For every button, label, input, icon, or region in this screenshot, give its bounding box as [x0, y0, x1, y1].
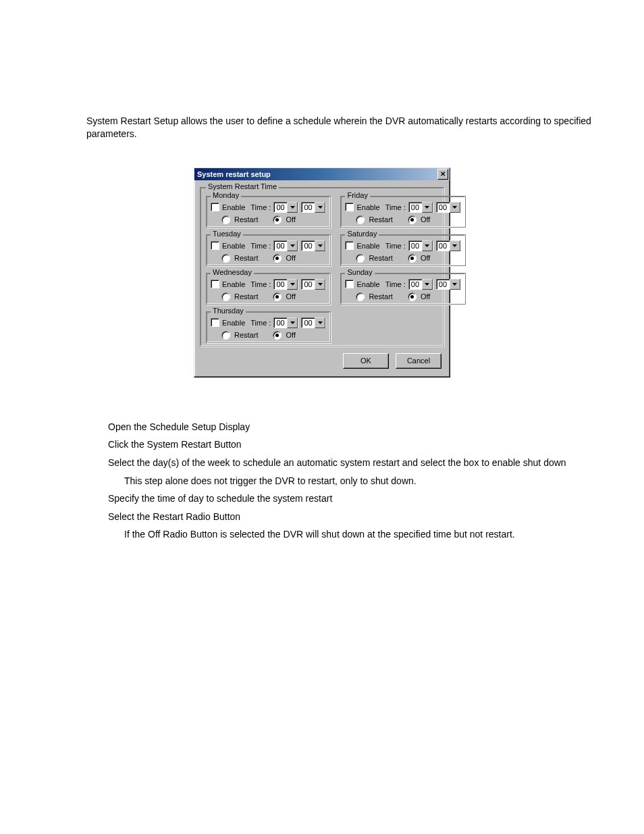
time-label: Time :: [385, 242, 406, 250]
off-radio-friday[interactable]: [408, 215, 417, 224]
enable-checkbox-wednesday[interactable]: [211, 280, 219, 288]
enable-label: Enable: [222, 319, 245, 327]
day-legend: Friday: [345, 191, 370, 199]
enable-label: Enable: [222, 203, 245, 211]
chevron-down-icon: [315, 240, 325, 251]
enable-label: Enable: [356, 203, 379, 211]
close-icon: ✕: [440, 171, 446, 178]
hour-value: 00: [411, 241, 421, 251]
enable-checkbox-tuesday[interactable]: [211, 241, 219, 250]
chevron-down-icon: [422, 279, 433, 290]
enable-label: Enable: [356, 280, 379, 288]
hour-value: 00: [276, 280, 286, 289]
svg-marker-10: [425, 283, 429, 286]
restart-label: Restart: [234, 292, 258, 301]
instruction-step: Select the day(s) of the week to schedul…: [108, 454, 625, 472]
off-label: Off: [421, 254, 430, 262]
ok-button[interactable]: OK: [343, 353, 389, 369]
restart-radio-monday[interactable]: [221, 215, 230, 224]
hour-select-sunday[interactable]: 00: [408, 279, 433, 290]
restart-radio-sunday[interactable]: [356, 292, 365, 301]
chevron-down-icon: [422, 202, 433, 213]
restart-label: Restart: [369, 254, 392, 262]
off-radio-wednesday[interactable]: [273, 292, 281, 301]
restart-radio-thursday[interactable]: [221, 331, 230, 340]
minute-value: 00: [439, 203, 448, 212]
time-label: Time :: [250, 319, 271, 327]
restart-label: Restart: [234, 215, 258, 224]
hour-value: 00: [276, 318, 286, 328]
enable-checkbox-friday[interactable]: [345, 203, 354, 211]
minute-value: 00: [304, 280, 313, 289]
svg-marker-8: [290, 283, 295, 286]
off-radio-sunday[interactable]: [408, 292, 417, 301]
minute-value: 00: [304, 203, 313, 212]
time-label: Time :: [385, 280, 406, 288]
chevron-down-icon: [287, 317, 298, 328]
minute-select-thursday[interactable]: 00: [301, 317, 326, 328]
hour-value: 00: [276, 241, 286, 251]
cancel-label: Cancel: [407, 357, 430, 365]
chevron-down-icon: [450, 202, 460, 213]
enable-checkbox-thursday[interactable]: [211, 318, 219, 327]
close-button[interactable]: ✕: [437, 169, 448, 180]
off-radio-saturday[interactable]: [408, 254, 417, 263]
hour-select-friday[interactable]: 00: [408, 202, 433, 213]
day-group-monday: Monday Enable Time : 00 00: [206, 196, 331, 228]
restart-radio-tuesday[interactable]: [221, 254, 230, 263]
restart-label: Restart: [234, 331, 258, 339]
hour-select-thursday[interactable]: 00: [273, 317, 298, 328]
day-group-wednesday: Wednesday Enable Time : 00 00: [206, 273, 331, 305]
chevron-down-icon: [287, 279, 298, 290]
off-radio-tuesday[interactable]: [273, 254, 281, 263]
svg-marker-1: [318, 206, 323, 209]
svg-marker-7: [452, 244, 457, 247]
chevron-down-icon: [450, 279, 460, 290]
restart-label: Restart: [234, 254, 258, 262]
restart-radio-wednesday[interactable]: [221, 292, 230, 301]
restart-radio-saturday[interactable]: [356, 254, 365, 263]
hour-select-wednesday[interactable]: 00: [273, 279, 298, 290]
restart-time-group: System Restart Time Monday Enable Time :…: [200, 187, 444, 346]
day-group-friday: Friday Enable Time : 00 00: [340, 196, 465, 228]
time-label: Time :: [250, 242, 271, 250]
minute-select-friday[interactable]: 00: [436, 202, 461, 213]
off-radio-monday[interactable]: [273, 215, 281, 224]
chevron-down-icon: [422, 240, 433, 251]
hour-select-monday[interactable]: 00: [273, 202, 298, 213]
day-legend: Thursday: [211, 307, 246, 315]
day-group-thursday: Thursday Enable Time : 00 00: [206, 311, 331, 343]
minute-select-saturday[interactable]: 00: [436, 240, 461, 251]
time-label: Time :: [250, 280, 271, 288]
hour-value: 00: [276, 203, 286, 212]
enable-checkbox-sunday[interactable]: [345, 280, 354, 288]
svg-marker-2: [425, 206, 429, 209]
intro-text: System Restart Setup allows the user to …: [0, 115, 644, 140]
off-label: Off: [286, 254, 295, 262]
instruction-step: Specify the time of day to schedule the …: [108, 490, 625, 508]
minute-select-tuesday[interactable]: 00: [301, 240, 326, 251]
restart-label: Restart: [369, 292, 392, 301]
off-label: Off: [286, 215, 295, 224]
minute-value: 00: [439, 241, 448, 251]
hour-select-tuesday[interactable]: 00: [273, 240, 298, 251]
titlebar: System restart setup ✕: [194, 168, 450, 180]
hour-value: 00: [411, 280, 421, 289]
enable-checkbox-monday[interactable]: [211, 203, 219, 211]
minute-select-wednesday[interactable]: 00: [301, 279, 326, 290]
instruction-substep: If the Off Radio Button is selected the …: [108, 525, 625, 544]
hour-select-saturday[interactable]: 00: [408, 240, 433, 251]
minute-select-sunday[interactable]: 00: [436, 279, 461, 290]
enable-label: Enable: [356, 242, 379, 250]
restart-radio-friday[interactable]: [356, 215, 365, 224]
off-label: Off: [286, 292, 295, 301]
day-legend: Wednesday: [211, 268, 254, 276]
restart-label: Restart: [369, 215, 392, 224]
cancel-button[interactable]: Cancel: [396, 353, 441, 369]
dialog-title: System restart setup: [197, 170, 271, 178]
minute-value: 00: [304, 318, 313, 328]
off-radio-thursday[interactable]: [273, 331, 281, 340]
enable-checkbox-saturday[interactable]: [345, 241, 354, 250]
day-legend: Sunday: [345, 268, 374, 276]
minute-select-monday[interactable]: 00: [301, 202, 326, 213]
